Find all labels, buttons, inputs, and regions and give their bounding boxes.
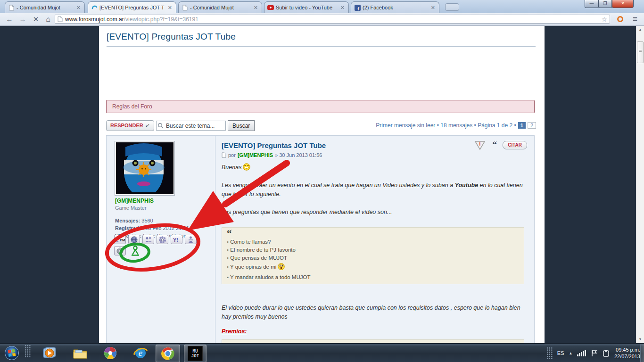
taskbar-mujot-button-active[interactable]: MUJOT — [184, 345, 206, 362]
tab-title: (2) Facebook — [363, 5, 428, 10]
page-2-link[interactable]: 2 — [528, 122, 536, 129]
scroll-down-icon[interactable]: ▼ — [636, 336, 644, 343]
forum-post: [GM]MENPHIS Game Master Mensajes: 3560 R… — [106, 135, 535, 343]
tab-title: - Comunidad Mujot — [17, 5, 74, 10]
post-paragraph-4: El vídeo puede durar lo que ustedes quie… — [222, 304, 527, 321]
safely-remove-icon[interactable] — [603, 349, 610, 357]
restore-button[interactable]: ❐ — [598, 0, 612, 8]
screen: - Comunidad Mujot ✕ [EVENTO] Preguntas J… — [0, 0, 644, 362]
taskbar-chrome-button-active[interactable] — [156, 345, 180, 362]
tray-separator — [546, 347, 553, 359]
facebook-favicon-icon: f — [354, 4, 361, 11]
url-path: /viewtopic.php?f=19&t=36191 — [124, 16, 198, 23]
post-date: » 30 Jun 2013 01:56 — [275, 152, 322, 158]
browser-toolbar: ← → ✕ ⌂ www.forosmujot.com.ar/viewtopic.… — [0, 13, 644, 26]
pagination: Primer mensaje sin leer • 18 mensajes • … — [376, 122, 536, 129]
forward-icon[interactable]: → — [17, 14, 28, 25]
report-post-icon[interactable]: ! — [474, 140, 486, 152]
jabber-profile-icon[interactable] — [129, 245, 141, 259]
bookmark-star-icon[interactable]: ☆ — [601, 16, 607, 23]
aim-icon[interactable] — [185, 235, 197, 244]
mujot-app-icon: MUJOT — [188, 346, 203, 361]
topic-heading[interactable]: [EVENTO] Preguntas JOT Tube — [107, 32, 236, 42]
page-favicon-icon — [182, 4, 188, 11]
svg-text:f: f — [357, 5, 359, 11]
buscar-button[interactable]: Buscar — [228, 120, 255, 131]
tab-close-icon[interactable]: ✕ — [339, 5, 346, 11]
responder-button[interactable]: RESPONDER↙ — [106, 120, 154, 131]
chrome-menu-icon[interactable]: ≡ — [633, 15, 637, 24]
user-rank: Game Master — [115, 205, 147, 211]
stat-mensajes: Mensajes: 3560 — [115, 217, 190, 224]
post-paragraph-1: Buenas — [222, 163, 250, 173]
tab-close-icon[interactable]: ✕ — [430, 5, 436, 11]
icq-flower-icon[interactable] — [157, 235, 168, 244]
forum-page-column: [EVENTO] Preguntas JOT Tube Reglas del F… — [99, 26, 545, 343]
topic-search-input[interactable] — [156, 121, 226, 131]
extension-icon[interactable] — [617, 16, 623, 22]
vertical-scrollbar[interactable]: ▲ ▼ — [636, 26, 644, 343]
yahoo-icon[interactable]: Y! — [171, 235, 182, 244]
website-globe-icon[interactable] — [128, 235, 140, 244]
taskbar-wmp-icon[interactable] — [39, 345, 59, 362]
tab-close-icon[interactable]: ✕ — [75, 5, 82, 11]
post-title-link[interactable]: [EVENTO] Preguntas JOT Tube — [222, 141, 326, 149]
tab-close-icon[interactable]: ✕ — [167, 5, 173, 11]
search-icon — [157, 123, 164, 129]
start-button[interactable] — [3, 345, 21, 362]
tab-close-icon[interactable]: ✕ — [253, 5, 259, 11]
private-message-button[interactable]: PM — [114, 235, 126, 244]
close-button[interactable]: ✕ — [612, 0, 634, 8]
system-tray: ES ▲ 09:45 p.m. 22/07/2013 — [546, 344, 640, 362]
page-viewport: [EVENTO] Preguntas JOT Tube Reglas del F… — [0, 26, 644, 343]
url-host: www.forosmujot.com.ar — [65, 16, 124, 23]
post-content: [EVENTO] Preguntas JOT Tube por [GM]MENP… — [222, 140, 527, 343]
back-icon[interactable]: ← — [4, 14, 15, 25]
quote-item: Como te llamas? — [227, 238, 519, 246]
tab-facebook[interactable]: f (2) Facebook ✕ — [351, 1, 439, 13]
tab-comunidad-mujot-2[interactable]: - Comunidad Mujot ✕ — [178, 1, 262, 13]
network-signal-icon[interactable] — [577, 350, 586, 356]
forum-favicon-icon — [91, 4, 98, 11]
taskbar-explorer-icon[interactable] — [70, 345, 91, 362]
address-bar[interactable]: www.forosmujot.com.ar/viewtopic.php?f=19… — [55, 15, 610, 24]
clock-time: 09:45 p.m. — [614, 346, 640, 353]
language-indicator[interactable]: ES — [557, 350, 564, 356]
contact-icons-row: PM Y! — [114, 235, 197, 244]
show-desktop-button[interactable] — [640, 344, 644, 362]
post-paragraph-3: Las preguntas que tienen que responder m… — [222, 208, 392, 217]
tab-evento-preguntas-active[interactable]: [EVENTO] Preguntas JOT T ✕ — [88, 1, 176, 13]
citar-button[interactable]: CITAR — [503, 141, 527, 149]
disc-icon[interactable] — [114, 246, 126, 255]
scroll-up-icon[interactable]: ▲ — [636, 26, 644, 33]
byline-author-link[interactable]: [GM]MENPHIS — [238, 152, 273, 158]
laugh-emoji-icon — [243, 163, 250, 173]
tab-youtube[interactable]: Subir tu video - YouTube ✕ — [264, 1, 349, 13]
post-author-name[interactable]: [GM]MENPHIS — [115, 197, 154, 204]
user-avatar — [115, 141, 174, 195]
action-center-flag-icon[interactable] — [591, 350, 598, 357]
scrollbar-thumb[interactable] — [637, 41, 644, 63]
youtube-favicon-icon — [267, 4, 274, 11]
page-icon — [58, 16, 63, 22]
quote-block: “ Como te llamas? El nombre de tu PJ fav… — [222, 227, 524, 284]
post-paragraph-2: Les vengo a traer un evento en el cual s… — [222, 181, 527, 199]
tray-expand-icon[interactable]: ▲ — [569, 351, 573, 355]
quote-mark-icon: “ — [227, 229, 519, 238]
tab-title: [EVENTO] Preguntas JOT T — [99, 5, 165, 10]
page-1-current[interactable]: 1 — [518, 122, 526, 129]
tab-comunidad-mujot-1[interactable]: - Comunidad Mujot ✕ — [5, 1, 85, 13]
stop-icon[interactable]: ✕ — [30, 14, 41, 25]
taskbar-clock[interactable]: 09:45 p.m. 22/07/2013 — [614, 346, 640, 360]
home-icon[interactable]: ⌂ — [42, 14, 54, 25]
wlm-icon[interactable] — [142, 235, 154, 244]
contact-icons-row-2 — [114, 246, 141, 259]
new-tab-button[interactable] — [445, 3, 459, 11]
taskbar-ie-icon[interactable]: e — [130, 345, 151, 362]
forum-rules-link[interactable]: Reglas del Foro — [106, 100, 535, 113]
taskbar-picasa-icon[interactable] — [100, 345, 121, 362]
page-favicon-icon — [8, 4, 15, 11]
svg-text:Y!: Y! — [173, 237, 178, 243]
tab-title: Subir tu video - YouTube — [276, 5, 338, 10]
minimize-button[interactable]: — — [585, 0, 599, 8]
